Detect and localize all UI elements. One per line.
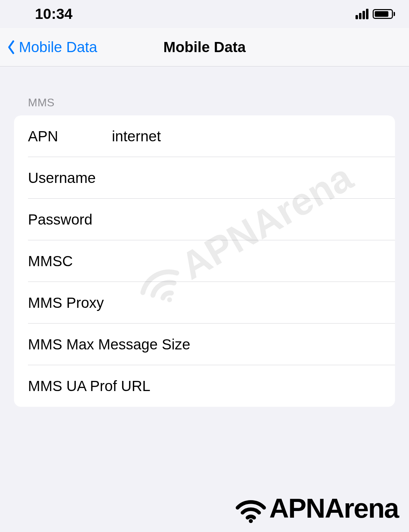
brand-logo: APNArena	[234, 492, 399, 525]
mms-max-size-input[interactable]	[190, 336, 381, 353]
mms-max-size-row[interactable]: MMS Max Message Size	[14, 324, 395, 365]
svg-point-1	[249, 519, 253, 523]
back-label: Mobile Data	[19, 39, 97, 56]
content-area: MMS APN Username Password MMSC MMS Proxy…	[0, 66, 409, 407]
navigation-bar: Mobile Data Mobile Data	[0, 28, 409, 66]
apn-row[interactable]: APN	[14, 115, 395, 157]
back-button[interactable]: Mobile Data	[7, 39, 97, 56]
username-label: Username	[28, 170, 112, 186]
mms-proxy-row[interactable]: MMS Proxy	[14, 282, 395, 324]
mmsc-row[interactable]: MMSC	[14, 240, 395, 282]
cellular-signal-icon	[356, 9, 368, 19]
status-time: 10:34	[35, 6, 72, 22]
password-input[interactable]	[112, 211, 381, 228]
mms-settings-group: APN Username Password MMSC MMS Proxy MMS…	[14, 115, 395, 407]
brand-text: APNArena	[269, 492, 399, 524]
password-row[interactable]: Password	[14, 199, 395, 240]
username-row[interactable]: Username	[14, 157, 395, 199]
mms-ua-prof-label: MMS UA Prof URL	[28, 378, 150, 395]
chevron-back-icon	[7, 40, 15, 55]
mms-max-size-label: MMS Max Message Size	[28, 336, 190, 353]
apn-label: APN	[28, 128, 112, 145]
mms-ua-prof-row[interactable]: MMS UA Prof URL	[14, 365, 395, 407]
apn-input[interactable]	[112, 128, 381, 145]
status-bar: 10:34	[0, 0, 409, 28]
mms-proxy-input[interactable]	[104, 295, 381, 311]
mmsc-label: MMSC	[28, 253, 112, 270]
battery-icon	[373, 9, 395, 19]
mms-proxy-label: MMS Proxy	[28, 295, 104, 311]
status-icons	[356, 9, 395, 19]
mms-ua-prof-input[interactable]	[150, 378, 381, 395]
username-input[interactable]	[112, 170, 381, 186]
mmsc-input[interactable]	[112, 253, 381, 270]
password-label: Password	[28, 211, 112, 228]
wifi-icon	[234, 492, 267, 525]
page-title: Mobile Data	[163, 39, 246, 56]
section-header-mms: MMS	[14, 66, 395, 115]
